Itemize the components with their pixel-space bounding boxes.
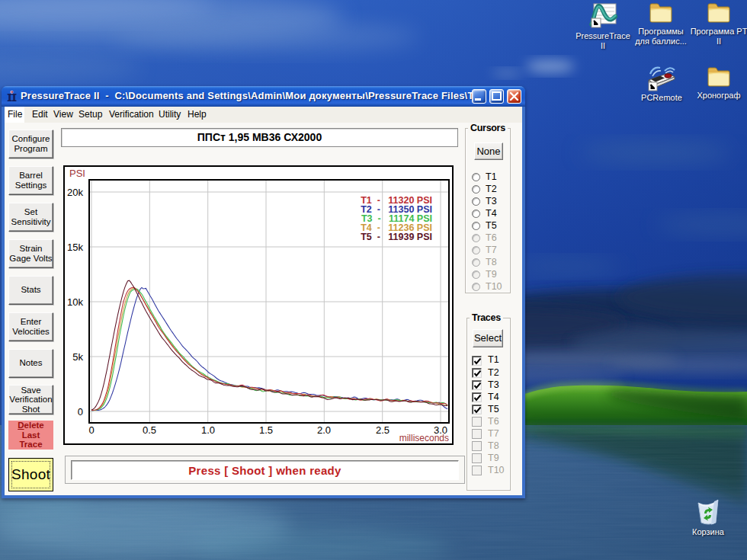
svg-text:5k: 5k: [72, 351, 83, 363]
svg-text:0: 0: [88, 424, 94, 436]
svg-text:T5 - 11939 PSI: T5 - 11939 PSI: [361, 232, 432, 242]
svg-text:0: 0: [78, 406, 83, 418]
svg-text:2.5: 2.5: [376, 424, 390, 436]
svg-text:1.5: 1.5: [259, 424, 273, 436]
svg-text:20k: 20k: [67, 187, 83, 198]
svg-text:15k: 15k: [67, 242, 83, 253]
svg-text:milliseconds: milliseconds: [399, 433, 449, 443]
svg-text:10k: 10k: [67, 296, 83, 308]
svg-text:0.5: 0.5: [143, 424, 156, 436]
svg-text:1.0: 1.0: [201, 424, 215, 436]
svg-text:PSI: PSI: [69, 168, 85, 179]
svg-text:2.0: 2.0: [317, 424, 331, 436]
